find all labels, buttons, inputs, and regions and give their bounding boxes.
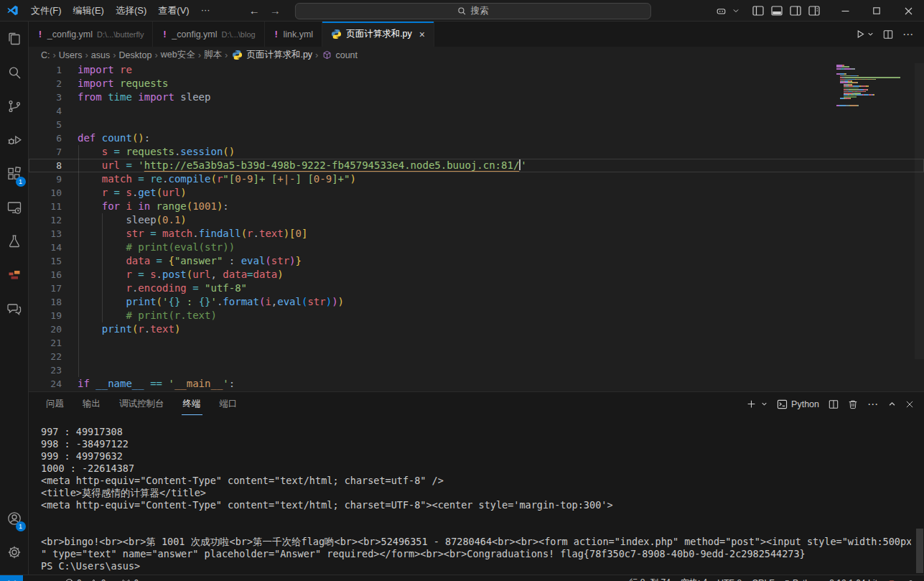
code-line[interactable]: 4 (29, 104, 924, 118)
line-number[interactable]: 16 (29, 268, 62, 282)
sidebar-item-explorer[interactable] (0, 22, 29, 55)
encoding-status[interactable]: UTF-8 (717, 578, 742, 581)
code-line[interactable]: 16 r = s.post(url, data=data) (29, 268, 924, 282)
editor-tab[interactable]: !_config.ymlD:\...\blog (153, 22, 264, 47)
notifications-bell-icon[interactable] (906, 578, 915, 581)
new-terminal-icon[interactable] (747, 399, 756, 409)
code-line[interactable]: 22 (29, 350, 924, 363)
panel-tab-终端[interactable]: 终端 (182, 393, 202, 415)
panel-tab-输出[interactable]: 输出 (81, 393, 102, 415)
sidebar-item-chat[interactable] (0, 292, 29, 325)
extension-status-icon[interactable] (887, 579, 896, 581)
nav-back-icon[interactable]: ← (249, 4, 260, 17)
terminal-output[interactable]: 997 : 49917308998 : -38497122999 : 49979… (41, 426, 911, 572)
sidebar-item-search[interactable] (0, 55, 29, 89)
cursor-position-status[interactable]: 行 8, 列 74 (630, 577, 671, 581)
line-number[interactable]: 23 (29, 363, 62, 377)
code-line[interactable]: 2import requests (29, 77, 924, 90)
code-line[interactable]: 18 print('{} : {}'.format(i,eval(str))) (29, 295, 924, 309)
run-python-file-icon[interactable] (856, 29, 874, 39)
window-maximize-button[interactable] (861, 0, 892, 22)
line-number[interactable]: 10 (29, 186, 62, 200)
code-line[interactable]: 13 str = match.findall(r.text)[0] (29, 227, 924, 241)
customize-layout-icon[interactable] (805, 0, 823, 22)
line-number[interactable]: 9 (29, 172, 62, 186)
code-line[interactable]: 3from time import sleep (29, 90, 924, 104)
breadcrumb-segment[interactable]: 脚本 (204, 49, 222, 61)
sidebar-item-account[interactable]: 1 (0, 501, 29, 535)
menu-item[interactable]: 文件(F) (25, 1, 67, 20)
interpreter-status[interactable]: 3.12.1 64-bit (829, 578, 877, 581)
terminal-scrollbar[interactable] (916, 529, 923, 573)
line-number[interactable]: 1 (29, 63, 62, 77)
code-line[interactable]: 7 s = requests.session() (29, 145, 924, 159)
line-number[interactable]: 5 (29, 118, 62, 131)
toggle-sidebar-icon[interactable] (749, 0, 767, 22)
breadcrumb-file[interactable]: 页面计算求和.py (246, 49, 312, 61)
sidebar-item-extensions[interactable]: 1 (0, 157, 29, 190)
sidebar-item-settings[interactable] (0, 535, 29, 569)
copilot-chevron-down-icon[interactable] (730, 0, 742, 22)
line-number[interactable]: 6 (29, 131, 62, 145)
toggle-panel-icon[interactable] (767, 0, 786, 22)
sidebar-item-source-control[interactable] (0, 89, 29, 123)
tab-close-icon[interactable]: × (419, 29, 425, 40)
code-line[interactable]: 19 # print(r.text) (29, 309, 924, 322)
line-number[interactable]: 13 (29, 227, 62, 241)
maximize-panel-icon[interactable] (888, 400, 896, 408)
close-panel-icon[interactable] (905, 400, 914, 409)
code-line[interactable]: 10 r = s.get(url) (29, 186, 924, 200)
code-line[interactable]: 21 (29, 336, 924, 350)
command-center-search[interactable]: 搜索 (294, 3, 650, 19)
line-number[interactable]: 19 (29, 309, 62, 322)
code-line[interactable]: 24if __name__ == '__main__': (29, 377, 924, 391)
breadcrumb-segment[interactable]: web安全 (161, 49, 195, 61)
code-line[interactable]: 9 match = re.compile(r"[0-9]+ [+|-] [0-9… (29, 172, 924, 186)
window-minimize-button[interactable] (829, 0, 861, 22)
split-editor-icon[interactable] (883, 29, 893, 39)
panel-more-actions-icon[interactable]: ⋯ (867, 398, 879, 411)
menu-item[interactable]: 编辑(E) (67, 1, 110, 20)
code-line[interactable]: 20 print(r.text) (29, 322, 924, 336)
panel-tab-端口[interactable]: 端口 (218, 393, 239, 415)
problems-status[interactable]: 0 0 (65, 578, 106, 581)
remote-indicator[interactable]: >< (0, 575, 23, 581)
copilot-icon[interactable] (711, 0, 730, 22)
line-number[interactable]: 12 (29, 213, 62, 227)
editor-tab[interactable]: !link.yml (265, 22, 323, 47)
code-line[interactable]: 23 (29, 363, 924, 377)
sidebar-item-testing[interactable] (0, 224, 29, 258)
toggle-secondary-sidebar-icon[interactable] (786, 0, 805, 22)
nav-forward-icon[interactable]: → (270, 4, 281, 17)
breadcrumb-segment[interactable]: C: (41, 50, 50, 60)
sidebar-item-run-debug[interactable] (0, 123, 29, 157)
terminal-dropdown-chevron-icon[interactable] (761, 401, 767, 407)
line-number[interactable]: 22 (29, 350, 62, 363)
more-actions-icon[interactable]: ⋯ (902, 28, 914, 41)
editor-tab[interactable]: !_config.ymlD:\...\butterfly (29, 22, 153, 47)
line-number[interactable]: 24 (29, 377, 62, 391)
code-line[interactable]: 14 # print(eval(str)) (29, 241, 924, 254)
editor-tab[interactable]: 页面计算求和.py× (322, 22, 434, 47)
breadcrumb-segment[interactable]: asus (91, 50, 110, 60)
line-number[interactable]: 18 (29, 295, 62, 309)
breadcrumb-symbol[interactable]: count (335, 50, 358, 60)
code-line[interactable]: 8 url = 'http://e5a3b9a5-b39d-498b-9222-… (29, 159, 924, 172)
code-line[interactable]: 1import re (29, 63, 924, 77)
indentation-status[interactable]: 空格: 4 (681, 577, 707, 581)
line-number[interactable]: 8 (29, 159, 62, 172)
kill-terminal-icon[interactable] (848, 399, 858, 409)
code-line[interactable]: 6def count(): (29, 131, 924, 145)
split-terminal-icon[interactable] (829, 399, 839, 409)
line-number[interactable]: 21 (29, 336, 62, 350)
line-number[interactable]: 20 (29, 322, 62, 336)
panel-tab-问题[interactable]: 问题 (45, 393, 65, 415)
menu-item[interactable]: ··· (195, 1, 216, 20)
menu-item[interactable]: 选择(S) (110, 1, 152, 20)
code-line[interactable]: 5 (29, 118, 924, 131)
sidebar-item-remote-explorer[interactable] (0, 190, 29, 224)
line-number[interactable]: 3 (29, 90, 62, 104)
code-line[interactable]: 15 data = {"answer" : eval(str)} (29, 254, 924, 268)
line-number[interactable]: 14 (29, 241, 62, 254)
breadcrumb-segment[interactable]: Desktop (119, 50, 152, 60)
